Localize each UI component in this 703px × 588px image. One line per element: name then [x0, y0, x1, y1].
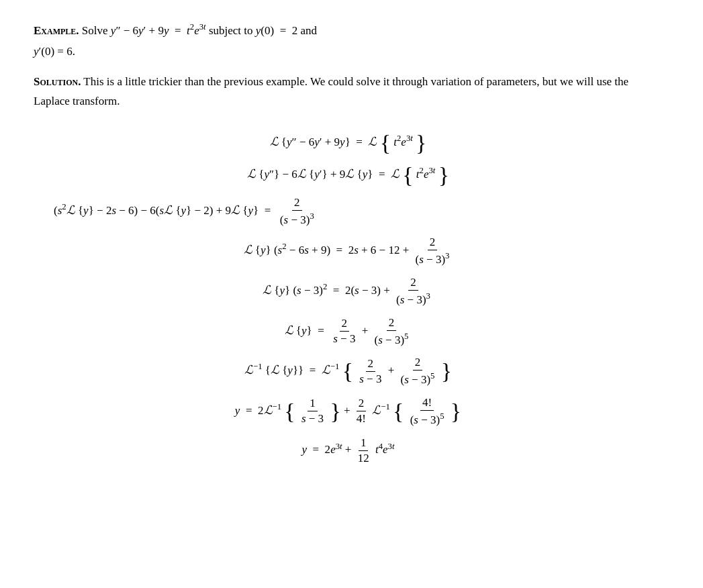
- equation-1: ℒ {y″ − 6y′ + 9y} = ℒ { t2e3t }: [34, 132, 663, 154]
- example-label: Example.: [34, 24, 79, 37]
- eq2-text: ℒ {y″} − 6ℒ {y′} + 9ℒ {y} = ℒ { t2e3t }: [247, 164, 449, 187]
- eq7-text: ℒ−1 {ℒ {y}} = ℒ−1 { 2 s − 3 + 2 (s − 3)5…: [244, 356, 452, 387]
- equation-9: y = 2e3t + 1 12 t4e3t: [34, 436, 663, 465]
- example-initial-condition: y′(0) = 6.: [34, 42, 663, 60]
- example-block: Example. Solve y″ − 6y′ + 9y = t2e3t sub…: [34, 20, 663, 60]
- eq1-lhs: ℒ {y″ − 6y′ + 9y} = ℒ { t2e3t }: [270, 132, 427, 154]
- equation-7: ℒ−1 {ℒ {y}} = ℒ−1 { 2 s − 3 + 2 (s − 3)5…: [34, 356, 663, 387]
- eq6-text: ℒ {y} = 2 s − 3 + 2 (s − 3)5: [285, 316, 412, 347]
- page-content: Example. Solve y″ − 6y′ + 9y = t2e3t sub…: [34, 20, 663, 465]
- equation-2: ℒ {y″} − 6ℒ {y′} + 9ℒ {y} = ℒ { t2e3t }: [34, 164, 663, 187]
- eq9-text: y = 2e3t + 1 12 t4e3t: [301, 436, 394, 465]
- equation-6: ℒ {y} = 2 s − 3 + 2 (s − 3)5: [34, 316, 663, 347]
- equation-8: y = 2ℒ−1 { 1 s − 3 } + 2 4! ℒ−1 { 4!: [34, 396, 663, 427]
- eq5-text: ℒ {y} (s − 3)2 = 2(s − 3) + 2 (s − 3)3: [263, 276, 434, 307]
- equation-3: (s2ℒ {y} − 2s − 6) − 6(sℒ {y} − 2) + 9ℒ …: [34, 196, 663, 227]
- solution-label: Solution.: [34, 75, 81, 88]
- solution-block: Solution. This is a little trickier than…: [34, 72, 663, 111]
- eq3-text: (s2ℒ {y} − 2s − 6) − 6(sℒ {y} − 2) + 9ℒ …: [54, 196, 318, 227]
- solution-text: Solution. This is a little trickier than…: [34, 72, 663, 111]
- equation-5: ℒ {y} (s − 3)2 = 2(s − 3) + 2 (s − 3)3: [34, 276, 663, 307]
- example-text: Example. Solve y″ − 6y′ + 9y = t2e3t sub…: [34, 20, 663, 40]
- equations-section: ℒ {y″ − 6y′ + 9y} = ℒ { t2e3t } ℒ {y″} −…: [34, 132, 663, 465]
- equation-4: ℒ {y} (s2 − 6s + 9) = 2s + 6 − 12 + 2 (s…: [34, 236, 663, 266]
- eq8-text: y = 2ℒ−1 { 1 s − 3 } + 2 4! ℒ−1 { 4!: [235, 396, 461, 427]
- eq4-text: ℒ {y} (s2 − 6s + 9) = 2s + 6 − 12 + 2 (s…: [244, 236, 453, 266]
